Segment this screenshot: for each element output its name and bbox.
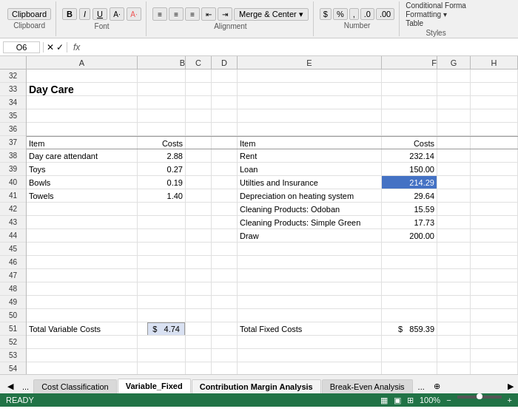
right-row7-cost[interactable]: 200.00 (382, 229, 437, 242)
cell-g34[interactable] (437, 96, 471, 109)
cell-a50[interactable] (27, 309, 138, 322)
left-total-value[interactable]: $ 4.74 (138, 322, 186, 335)
cell-d50[interactable] (212, 309, 238, 322)
cell-e32[interactable] (238, 70, 382, 82)
right-row1-cost[interactable]: 232.14 (382, 149, 437, 162)
outdent-icon[interactable]: ⇥ (218, 7, 232, 21)
cell-f36[interactable] (382, 123, 437, 135)
right-row2-item[interactable]: Loan (238, 163, 382, 175)
cell-h39[interactable] (471, 163, 518, 175)
cell-b44[interactable] (138, 229, 186, 242)
cell-g47[interactable] (437, 269, 471, 282)
cell-d47[interactable] (212, 269, 238, 282)
cell-h35[interactable] (471, 109, 518, 122)
cell-a43[interactable] (27, 216, 138, 228)
cell-f49[interactable] (382, 296, 437, 308)
cell-f50[interactable] (382, 309, 437, 322)
tabs-scroll-left[interactable]: ◀ (3, 379, 18, 393)
cell-g37[interactable] (437, 137, 471, 149)
cell-g50[interactable] (437, 309, 471, 322)
cell-f34[interactable] (382, 96, 437, 109)
cell-b32[interactable] (138, 70, 186, 82)
cell-f32[interactable] (382, 70, 437, 82)
right-row6-item[interactable]: Cleaning Products: Simple Green (238, 216, 382, 228)
cell-g35[interactable] (437, 109, 471, 122)
cell-a47[interactable] (27, 269, 138, 282)
cell-h38[interactable] (471, 149, 518, 162)
left-row4-item[interactable]: Towels (27, 189, 138, 202)
cell-e45[interactable] (238, 243, 382, 255)
zoom-in-icon[interactable]: + (508, 396, 512, 405)
cell-e46[interactable] (238, 256, 382, 268)
view-page-break-icon[interactable]: ⊞ (407, 396, 414, 405)
tabs-ellipsis[interactable]: ... (18, 380, 33, 393)
tab-break-even[interactable]: Break-Even Analysis (322, 379, 413, 393)
cell-h47[interactable] (471, 269, 518, 282)
cell-a49[interactable] (27, 296, 138, 308)
cell-d34[interactable] (212, 96, 238, 109)
right-row5-cost[interactable]: 15.59 (382, 203, 437, 215)
cell-g49[interactable] (437, 296, 471, 308)
cell-c40[interactable] (186, 176, 212, 189)
tabs-more[interactable]: ... (414, 380, 429, 393)
cell-b45[interactable] (138, 243, 186, 255)
cell-d51[interactable] (212, 322, 238, 335)
cell-a34[interactable] (27, 96, 138, 109)
cell-c51[interactable] (186, 322, 212, 335)
cell-c43[interactable] (186, 216, 212, 228)
align-left-icon[interactable]: ≡ (152, 7, 167, 21)
cell-d32[interactable] (212, 70, 238, 82)
cell-c42[interactable] (186, 203, 212, 215)
left-row2-cost[interactable]: 0.27 (138, 163, 186, 175)
underline-button[interactable]: U (92, 8, 107, 20)
right-row6-cost[interactable]: 17.73 (382, 216, 437, 228)
zoom-slider[interactable] (457, 396, 502, 399)
cell-a45[interactable] (27, 243, 138, 255)
zoom-out-icon[interactable]: − (446, 396, 451, 405)
right-row4-cost[interactable]: 29.64 (382, 189, 437, 202)
left-table-header-item[interactable]: Item (27, 137, 138, 149)
cell-h46[interactable] (471, 256, 518, 268)
indent-icon[interactable]: ⇤ (201, 7, 216, 21)
right-table-header-item[interactable]: Item (238, 137, 382, 149)
cell-c49[interactable] (186, 296, 212, 308)
right-row3-cost[interactable]: 214.29 (382, 176, 437, 189)
left-table-header-costs[interactable]: Costs (138, 137, 186, 149)
cell-d33[interactable] (212, 83, 238, 95)
cell-d35[interactable] (212, 109, 238, 122)
cell-h41[interactable] (471, 189, 518, 202)
cell-h48[interactable] (471, 282, 518, 295)
formula-input[interactable] (86, 42, 515, 52)
add-sheet-button[interactable]: ⊕ (429, 379, 445, 393)
cell-b46[interactable] (138, 256, 186, 268)
cell-h32[interactable] (471, 70, 518, 82)
cell-d48[interactable] (212, 282, 238, 295)
cell-d38[interactable] (212, 149, 238, 162)
cell-e34[interactable] (238, 96, 382, 109)
cell-reference-input[interactable]: O6 (3, 41, 40, 53)
scroll-right-icon[interactable]: ▶ (503, 379, 518, 393)
cell-c41[interactable] (186, 189, 212, 202)
cell-g41[interactable] (437, 189, 471, 202)
cell-e49[interactable] (238, 296, 382, 308)
cell-f45[interactable] (382, 243, 437, 255)
cell-e33[interactable] (238, 83, 382, 95)
right-total-value[interactable]: $ 859.39 (382, 322, 437, 335)
cell-c47[interactable] (186, 269, 212, 282)
confirm-formula-icon[interactable]: ✓ (56, 42, 64, 52)
cell-g39[interactable] (437, 163, 471, 175)
cell-d42[interactable] (212, 203, 238, 215)
cell-c35[interactable] (186, 109, 212, 122)
cell-h49[interactable] (471, 296, 518, 308)
bold-button[interactable]: B (62, 8, 77, 20)
cell-h36[interactable] (471, 123, 518, 135)
cell-d41[interactable] (212, 189, 238, 202)
cell-a42[interactable] (27, 203, 138, 215)
cell-c48[interactable] (186, 282, 212, 295)
cell-a33-title[interactable]: Day Care (27, 83, 138, 95)
cell-e35[interactable] (238, 109, 382, 122)
align-right-icon[interactable]: ≡ (185, 7, 200, 21)
cell-h42[interactable] (471, 203, 518, 215)
cell-c45[interactable] (186, 243, 212, 255)
view-layout-icon[interactable]: ▣ (394, 396, 401, 405)
